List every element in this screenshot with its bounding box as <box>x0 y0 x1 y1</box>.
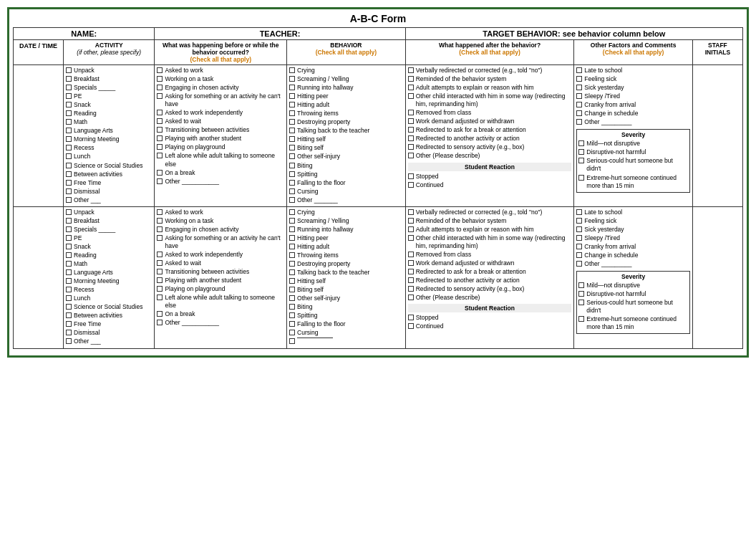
activity-item[interactable]: Unpack <box>66 209 152 216</box>
activity-item[interactable]: Science or Social Studies <box>66 162 152 170</box>
happened-item[interactable]: Reminded of the behavior system <box>408 217 572 225</box>
date-cell-1[interactable] <box>14 65 64 207</box>
behavior-item[interactable]: Talking back to the teacher <box>289 269 403 277</box>
severity-item[interactable]: Extreme-hurt someone continued more than… <box>578 174 688 190</box>
what-item[interactable]: On a break <box>157 169 284 177</box>
happened-item[interactable]: Redirected to another activity or action <box>408 277 572 284</box>
happened-item[interactable]: Adult attempts to explain or reason with… <box>408 84 572 92</box>
behavior-item[interactable]: Crying <box>289 67 403 75</box>
what-item[interactable]: Transitioning between activities <box>157 268 284 276</box>
what-item[interactable]: Engaging in chosen activity <box>157 84 284 92</box>
checkbox[interactable] <box>66 119 72 125</box>
what-item[interactable]: On a break <box>157 310 284 318</box>
other-item[interactable]: Cranky from arrival <box>576 101 690 109</box>
behavior-item[interactable]: Crying <box>289 209 403 216</box>
other-item[interactable]: Feeling sick <box>576 217 690 225</box>
what-item[interactable]: Engaging in chosen activity <box>157 226 284 234</box>
checkbox[interactable] <box>66 197 72 203</box>
other-item[interactable]: Sick yesterday <box>576 84 690 92</box>
what-item[interactable]: Asked to work independently <box>157 251 284 259</box>
happened-item[interactable]: Other child interacted with him in some … <box>408 92 572 108</box>
happened-item[interactable]: Other (Please describe) <box>408 294 572 302</box>
other-item[interactable]: Sleepy /Tired <box>576 234 690 242</box>
other-item[interactable]: Feeling sick <box>576 75 690 83</box>
other-item[interactable]: Other _________ <box>576 260 690 268</box>
behavior-item[interactable]: Hitting adult <box>289 101 403 109</box>
what-item[interactable]: Asked to work <box>157 67 284 75</box>
happened-item[interactable]: Other child interacted with him in some … <box>408 234 572 250</box>
activity-item[interactable]: Snack <box>66 243 152 251</box>
happened-item[interactable]: Redirected to ask for a break or attenti… <box>408 268 572 276</box>
severity-item[interactable]: Mild—not disruptive <box>578 282 688 289</box>
happened-item[interactable]: Removed from class <box>408 251 572 259</box>
what-item[interactable]: Playing with another student <box>157 277 284 284</box>
behavior-item[interactable]: Falling to the floor <box>289 320 403 328</box>
happened-item[interactable]: Redirected to sensory activity (e.g., bo… <box>408 285 572 293</box>
behavior-item[interactable]: Destroying property <box>289 260 403 268</box>
checkbox[interactable] <box>66 145 72 150</box>
behavior-item[interactable]: Biting self <box>289 144 403 152</box>
activity-item[interactable]: Breakfast <box>66 217 152 225</box>
what-item[interactable]: Asked to wait <box>157 118 284 125</box>
other-item[interactable]: Change in schedule <box>576 252 690 259</box>
activity-item[interactable]: Recess <box>66 286 152 294</box>
what-item[interactable]: Asked to work independently <box>157 109 284 117</box>
happened-item[interactable]: Adult attempts to explain or reason with… <box>408 226 572 234</box>
date-cell-2[interactable] <box>14 206 64 348</box>
activity-item[interactable]: Between activities <box>66 171 152 178</box>
checkbox[interactable] <box>66 76 72 82</box>
activity-item[interactable]: Free Time <box>66 320 152 328</box>
other-item[interactable]: Change in schedule <box>576 110 690 118</box>
happened-item[interactable]: Redirected to another activity or action <box>408 135 572 143</box>
what-item[interactable]: Other ___________ <box>157 178 284 186</box>
what-item[interactable]: Asking for something or an activity he c… <box>157 234 284 250</box>
what-item[interactable]: Asked to work <box>157 209 284 216</box>
activity-item[interactable]: Language Arts <box>66 127 152 135</box>
behavior-item[interactable]: Throwing items <box>289 252 403 259</box>
checkbox[interactable] <box>66 102 72 107</box>
severity-item[interactable]: Disruptive-not harmful <box>578 290 688 298</box>
what-item[interactable]: Asked to wait <box>157 259 284 267</box>
behavior-item[interactable]: Other _______ <box>289 196 403 204</box>
severity-item[interactable]: Serious-could hurt someone but didn't <box>578 157 688 173</box>
checkbox[interactable] <box>66 153 72 159</box>
behavior-item[interactable]: Screaming / Yelling <box>289 217 403 225</box>
activity-item[interactable]: Science or Social Studies <box>66 303 152 311</box>
what-item[interactable]: Playing on playground <box>157 143 284 151</box>
activity-item[interactable]: Lunch <box>66 295 152 302</box>
happened-item[interactable]: Other (Please describe) <box>408 152 572 160</box>
behavior-item[interactable] <box>289 338 403 344</box>
activity-item[interactable]: Language Arts <box>66 269 152 277</box>
behavior-item[interactable]: Biting <box>289 162 403 170</box>
happened-item[interactable]: Redirected to sensory activity (e.g., bo… <box>408 143 572 151</box>
happened-item[interactable]: Removed from class <box>408 109 572 117</box>
happened-item[interactable]: Redirected to ask for a break or attenti… <box>408 126 572 134</box>
behavior-item[interactable]: Hitting self <box>289 277 403 285</box>
happened-item[interactable]: Verbally redirected or corrected (e.g., … <box>408 209 572 216</box>
activity-item[interactable]: Lunch <box>66 153 152 161</box>
reaction-item[interactable]: Continued <box>408 181 572 189</box>
activity-item[interactable]: Specials _____ <box>66 84 152 92</box>
what-item[interactable]: Working on a task <box>157 75 284 83</box>
other-item[interactable]: Cranky from arrival <box>576 243 690 251</box>
activity-item[interactable]: Other ___ <box>66 196 152 204</box>
happened-item[interactable]: Reminded of the behavior system <box>408 75 572 83</box>
happened-item[interactable]: Work demand adjusted or withdrawn <box>408 259 572 267</box>
activity-item[interactable]: Reading <box>66 110 152 118</box>
checkbox[interactable] <box>66 136 72 142</box>
behavior-item[interactable]: Hitting peer <box>289 234 403 242</box>
other-item[interactable]: Sick yesterday <box>576 226 690 234</box>
activity-item[interactable]: Morning Meeting <box>66 277 152 285</box>
checkbox[interactable] <box>66 110 72 116</box>
behavior-item[interactable]: Biting <box>289 303 403 311</box>
what-item[interactable]: Left alone while adult talking to someon… <box>157 152 284 168</box>
behavior-item[interactable]: Screaming / Yelling <box>289 75 403 83</box>
behavior-item[interactable]: Cursing <box>289 188 403 196</box>
behavior-item[interactable]: Throwing items <box>289 110 403 118</box>
what-item[interactable]: Other ___________ <box>157 319 284 327</box>
activity-item[interactable]: PE <box>66 234 152 242</box>
happened-item[interactable]: Verbally redirected or corrected (e.g., … <box>408 67 572 75</box>
checkbox[interactable] <box>66 163 72 168</box>
checkbox[interactable] <box>66 171 72 177</box>
what-item[interactable]: Working on a task <box>157 217 284 225</box>
